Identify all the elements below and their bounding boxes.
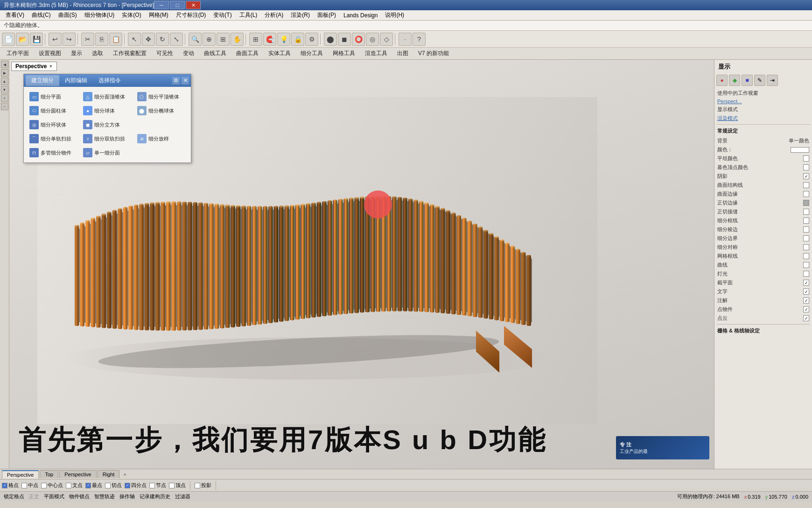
zoom-sel-button[interactable]: ⊞ [217, 33, 230, 46]
subd-panel-settings-button[interactable]: ⚙ [172, 77, 180, 85]
help-toolbar-button[interactable]: ? [413, 33, 426, 46]
pan-button[interactable]: ✋ [231, 33, 244, 46]
menu-panel[interactable]: 面板(P) [314, 10, 340, 20]
rotate-button[interactable]: ↻ [156, 33, 169, 46]
quarter-label[interactable]: 切点 [112, 482, 122, 489]
tb2-select[interactable]: 选取 [87, 48, 108, 59]
curve-isoline-checkbox[interactable] [803, 182, 809, 188]
menu-tools[interactable]: 工具(L) [236, 10, 261, 20]
tb2-subd-tools[interactable]: 细分工具 [296, 48, 328, 59]
rp-icon-diamond[interactable]: ◆ [729, 75, 740, 86]
save-button[interactable]: 💾 [30, 33, 43, 46]
scale-button[interactable]: ⤡ [170, 33, 183, 46]
vertex-label[interactable]: 文点 [72, 482, 83, 489]
perp-checkbox[interactable] [169, 483, 175, 488]
tb2-display[interactable]: 显示 [66, 48, 87, 59]
tb2-visibility[interactable]: 可见性 [152, 48, 178, 59]
rp-icon-edit[interactable]: ✎ [754, 75, 765, 86]
tab-add-button[interactable]: + [120, 471, 129, 478]
fourdiv-label[interactable]: 四分点 [131, 482, 147, 489]
subd-item-cone[interactable]: △ 细分面顶锥体 [81, 91, 133, 103]
subd-tab-select[interactable]: 选择指令 [93, 75, 126, 86]
viewport-area[interactable]: Perspective ▼ 建立细分 内部编辑 选择指令 ⚙ ✕ ▭ 细分平面 [9, 60, 714, 469]
subd-tab-edit[interactable]: 内部编辑 [59, 75, 93, 86]
top-color-checkbox[interactable] [803, 164, 809, 170]
menu-help[interactable]: 说明(H) [381, 10, 408, 20]
menu-lands[interactable]: Lands Design [340, 11, 381, 20]
subd-item-plane[interactable]: ▭ 细分平面 [28, 91, 79, 103]
tb2-curve-tools[interactable]: 曲线工具 [199, 48, 231, 59]
menu-render[interactable]: 渲染(R) [287, 10, 314, 20]
ls-btn-5[interactable]: + [1, 94, 8, 102]
menu-transform[interactable]: 变动(T) [210, 10, 235, 20]
tb2-render-tools[interactable]: 渲造工具 [360, 48, 392, 59]
maximize-button[interactable]: □ [170, 1, 185, 9]
tab-perspective-1[interactable]: Perspective [2, 470, 39, 479]
subd-item-loft[interactable]: ≋ 细分放样 [135, 133, 187, 145]
snap-grid-label[interactable]: 格点 [8, 482, 19, 489]
light-button[interactable]: 💡 [277, 33, 290, 46]
project-checkbox[interactable] [195, 483, 200, 488]
subd-align-checkbox[interactable] [803, 244, 809, 250]
annotation-checkbox[interactable] [803, 297, 809, 303]
settings-icon[interactable]: ⚙ [305, 33, 318, 46]
subd-item-sphere[interactable]: ● 细分球体 [81, 105, 133, 117]
open-button[interactable]: 📂 [16, 33, 29, 46]
select-button[interactable]: ↖ [128, 33, 141, 46]
tb2-transform[interactable]: 变动 [178, 48, 199, 59]
knot-checkbox[interactable] [149, 483, 155, 488]
cut-button[interactable]: ✂ [81, 33, 94, 46]
quarter-checkbox[interactable] [105, 483, 111, 488]
midpoint-checkbox[interactable] [21, 483, 27, 488]
subd-tab-create[interactable]: 建立细分 [26, 75, 59, 86]
pointcloud-checkbox[interactable] [803, 315, 809, 321]
lighting-checkbox[interactable] [803, 271, 809, 277]
ls-btn-1[interactable]: ◀ [1, 61, 8, 68]
tab-right[interactable]: Right [98, 470, 120, 478]
mesh-wires-checkbox[interactable] [803, 253, 809, 259]
box-button[interactable]: ◼ [338, 33, 351, 46]
color-swatch[interactable] [791, 147, 809, 153]
menu-dim[interactable]: 尺寸标注(D) [172, 10, 210, 20]
curve-edge-checkbox[interactable] [803, 191, 809, 197]
copy-button[interactable]: ⎘ [95, 33, 108, 46]
subd-item-cylinder[interactable]: ⬭ 细分圆柱体 [28, 105, 79, 117]
menu-curve[interactable]: 曲线(C) [28, 10, 55, 20]
snap-grid-checkbox[interactable]: ✓ [2, 483, 7, 488]
zoom-in-button[interactable]: 🔍 [189, 33, 202, 46]
tb2-setview[interactable]: 设置视图 [34, 48, 66, 59]
subd-item-flatcone[interactable]: ⬡ 细分平顶锥体 [135, 91, 187, 103]
tangent-edge-checkbox[interactable] [803, 200, 809, 206]
menu-solid[interactable]: 实体(O) [118, 10, 145, 20]
curve-obj-checkbox[interactable] [803, 262, 809, 268]
viewport-dropdown-arrow[interactable]: ▼ [49, 64, 53, 69]
rp-icon-rect[interactable]: ■ [742, 75, 753, 86]
minimize-button[interactable]: ─ [154, 1, 169, 9]
point-checkbox[interactable] [803, 306, 809, 312]
tb2-workplane[interactable]: 工作平面 [2, 48, 34, 59]
cylinder-button[interactable]: ⭕ [352, 33, 365, 46]
paste-button[interactable]: 📋 [109, 33, 122, 46]
zoom-ext-button[interactable]: ⊕ [203, 33, 216, 46]
subd-item-ellipsoid[interactable]: ⬤ 细分椭球体 [135, 105, 187, 117]
flat-color-checkbox[interactable] [803, 155, 809, 162]
tb2-mesh-tools[interactable]: 网格工具 [328, 48, 360, 59]
fourdiv-checkbox[interactable]: ✓ [125, 483, 130, 488]
rp-icon-sphere[interactable]: ● [716, 75, 728, 86]
subd-item-rail2[interactable]: 2 细分双轨扫掠 [81, 133, 133, 145]
near-checkbox[interactable]: ✓ [85, 483, 91, 488]
subd-item-singleface[interactable]: ▱ 单一细分面 [81, 147, 133, 159]
center-checkbox[interactable] [41, 483, 47, 488]
subd-item-rail1[interactable]: ⌒ 细分单轨扫掠 [28, 133, 79, 145]
tb2-output[interactable]: 出图 [392, 48, 413, 59]
midpoint-label[interactable]: 中点 [28, 482, 38, 489]
project-label[interactable]: 投影 [201, 482, 211, 489]
text-checkbox[interactable] [803, 289, 809, 295]
close-button[interactable]: ✕ [186, 1, 201, 9]
vertex-checkbox[interactable] [66, 483, 71, 488]
subd-item-pipe[interactable]: ⊓ 多管细分物件 [28, 147, 79, 159]
tb2-surface-tools[interactable]: 曲面工具 [231, 48, 263, 59]
ls-btn-6[interactable]: − [1, 103, 8, 110]
subd-panel-close-button[interactable]: ✕ [182, 77, 189, 85]
rp-icon-tab[interactable]: ⇥ [767, 75, 778, 86]
